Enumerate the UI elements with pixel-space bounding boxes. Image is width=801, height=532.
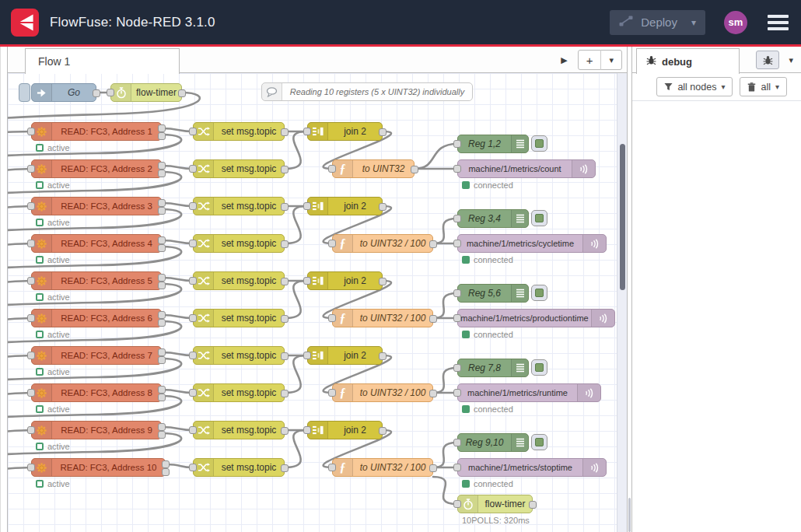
output-port[interactable] [178, 89, 186, 97]
change-node[interactable]: set msg.topic [193, 234, 285, 253]
input-port[interactable] [303, 128, 311, 135]
debug-toggle-button[interactable] [531, 210, 547, 226]
change-node[interactable]: set msg.topic [193, 271, 285, 290]
debug-node-filter-button[interactable] [756, 51, 779, 69]
flow-canvas[interactable]: Goflow-timerReading 10 registers (5 x UI… [8, 73, 617, 532]
input-port[interactable] [328, 314, 336, 322]
change-node[interactable]: set msg.topic [193, 383, 285, 402]
input-port[interactable] [27, 464, 35, 471]
output-port[interactable] [162, 460, 170, 468]
modbus-read-node[interactable]: READ: FC3, Address 4 [31, 234, 162, 253]
modbus-read-node[interactable]: READ: FC3, Address 9 [31, 421, 162, 439]
join-node[interactable]: join 2 [307, 421, 383, 439]
output-port[interactable] [379, 352, 387, 360]
modbus-read-node[interactable]: READ: FC3, Address 3 [31, 197, 162, 215]
sidebar-resizer[interactable] [627, 47, 632, 532]
join-node[interactable]: join 2 [307, 197, 383, 215]
input-port[interactable] [189, 426, 197, 434]
input-port[interactable] [27, 202, 35, 210]
inject-node[interactable]: Go [31, 83, 96, 102]
output-port[interactable] [158, 124, 166, 132]
input-port[interactable] [453, 289, 461, 297]
canvas-scrollbar[interactable] [617, 73, 627, 532]
output-port[interactable] [429, 315, 437, 323]
mqtt-out-node[interactable]: machine/1/metrics/cycletime [457, 234, 607, 253]
output-port[interactable] [158, 199, 166, 207]
input-port[interactable] [189, 277, 197, 285]
mqtt-out-node[interactable]: machine/1/metrics/productiontime [457, 309, 615, 327]
input-port[interactable] [453, 439, 461, 446]
debug-clear-dropdown[interactable]: all ▾ [740, 77, 787, 96]
modbus-read-node[interactable]: READ: FC3, Address 7 [31, 346, 162, 365]
link-out-node[interactable]: flow-timer [457, 495, 533, 513]
modbus-read-node[interactable]: READ: FC3, Address 8 [31, 383, 162, 402]
output-port[interactable] [429, 240, 437, 248]
modbus-read-node[interactable]: READ: FC3, Address 2 [31, 159, 162, 178]
output-port[interactable] [158, 311, 166, 319]
output-port[interactable] [281, 203, 289, 211]
input-port[interactable] [189, 128, 197, 135]
change-node[interactable]: set msg.topic [193, 346, 285, 365]
output-port[interactable] [158, 236, 166, 244]
output-port[interactable] [158, 394, 166, 401]
output-port[interactable] [93, 89, 100, 97]
flow-list-icon[interactable]: ▶ [561, 55, 567, 65]
output-port[interactable] [429, 390, 437, 397]
input-port[interactable] [453, 500, 461, 508]
deploy-caret-icon[interactable]: ▾ [685, 17, 696, 28]
output-port[interactable] [158, 162, 166, 170]
input-port[interactable] [27, 240, 35, 247]
join-node[interactable]: join 2 [307, 122, 383, 141]
output-port[interactable] [158, 431, 166, 439]
input-port[interactable] [189, 389, 197, 397]
input-port[interactable] [453, 314, 461, 322]
input-port[interactable] [303, 426, 311, 434]
input-port[interactable] [189, 202, 197, 210]
input-port[interactable] [453, 215, 461, 222]
change-node[interactable]: set msg.topic [193, 421, 285, 439]
function-node[interactable]: ƒto UINT32 / 100 [332, 458, 433, 477]
input-port[interactable] [453, 240, 461, 247]
output-port[interactable] [158, 207, 166, 215]
output-port[interactable] [158, 319, 166, 327]
input-port[interactable] [328, 464, 336, 471]
debug-toggle-button[interactable] [531, 135, 547, 152]
output-port[interactable] [281, 464, 289, 472]
flow-menu-caret-icon[interactable]: ▾ [601, 55, 621, 65]
input-port[interactable] [303, 352, 311, 359]
output-port[interactable] [281, 352, 289, 360]
debug-node[interactable]: Reg 7,8 [457, 359, 529, 377]
modbus-read-node[interactable]: READ: FC3, Address 10 [31, 458, 166, 477]
link-in-node[interactable]: flow-timer [110, 83, 182, 102]
input-port[interactable] [27, 389, 35, 397]
output-port[interactable] [158, 282, 166, 289]
mqtt-out-node[interactable]: machine/1/metrics/count [457, 159, 596, 178]
output-port[interactable] [281, 390, 289, 397]
tab-flow-1[interactable]: Flow 1 [25, 48, 180, 74]
comment-node[interactable]: Reading 10 registers (5 x UINT32) indivi… [261, 82, 473, 101]
input-port[interactable] [189, 165, 197, 173]
sidebar-resizer-grip[interactable] [628, 498, 631, 532]
change-node[interactable]: set msg.topic [193, 159, 285, 178]
output-port[interactable] [158, 348, 166, 356]
mqtt-out-node[interactable]: machine/1/metrics/stoptime [457, 458, 607, 477]
function-node[interactable]: ƒto UINT32 / 100 [332, 309, 433, 327]
mqtt-out-node[interactable]: machine/1/metrics/runtime [457, 383, 601, 402]
output-port[interactable] [379, 278, 387, 285]
debug-toggle-button[interactable] [531, 285, 547, 301]
add-flow-button[interactable]: + [579, 54, 601, 67]
canvas-scrollbar-thumb[interactable] [620, 144, 625, 290]
output-port[interactable] [281, 240, 289, 248]
output-port[interactable] [158, 356, 166, 364]
debug-node[interactable]: Reg 9,10 [457, 433, 529, 452]
function-node[interactable]: ƒto UINT32 [332, 159, 414, 178]
change-node[interactable]: set msg.topic [193, 197, 285, 215]
output-port[interactable] [281, 278, 289, 285]
output-port[interactable] [379, 427, 387, 435]
input-port[interactable] [453, 464, 461, 471]
debug-node[interactable]: Reg 5,6 [457, 284, 529, 303]
input-port[interactable] [453, 165, 461, 173]
debug-toggle-button[interactable] [531, 434, 547, 450]
sidebar-menu-caret-icon[interactable]: ▾ [789, 55, 793, 65]
output-port[interactable] [158, 386, 166, 394]
